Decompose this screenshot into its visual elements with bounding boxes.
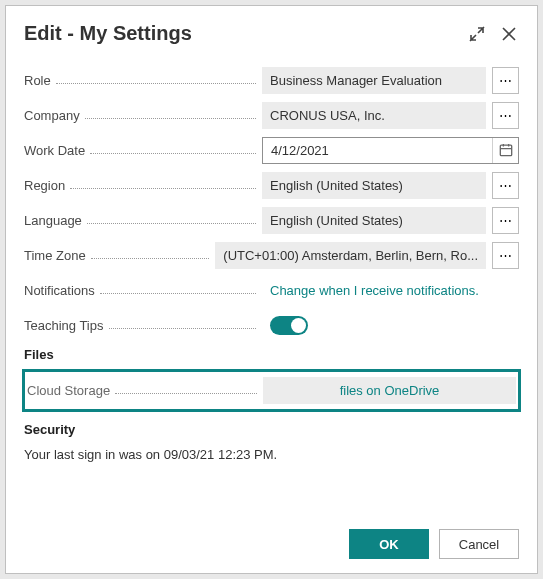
cancel-button[interactable]: Cancel: [439, 529, 519, 559]
row-workdate: Work Date: [24, 136, 519, 164]
svg-rect-0: [500, 145, 511, 156]
company-field[interactable]: CRONUS USA, Inc.: [262, 102, 486, 129]
row-cloudstorage: Cloud Storage files on OneDrive: [22, 369, 521, 412]
dialog-body: Role Business Manager Evaluation ⋯ Compa…: [6, 55, 537, 515]
label-teachingtips: Teaching Tips: [24, 318, 107, 333]
row-role: Role Business Manager Evaluation ⋯: [24, 66, 519, 94]
last-signin-text: Your last sign in was on 09/03/21 12:23 …: [24, 447, 519, 462]
label-notifications: Notifications: [24, 283, 98, 298]
section-files: Files: [24, 347, 519, 362]
role-field[interactable]: Business Manager Evaluation: [262, 67, 486, 94]
row-company: Company CRONUS USA, Inc. ⋯: [24, 101, 519, 129]
notifications-link[interactable]: Change when I receive notifications.: [262, 283, 479, 298]
workdate-field-wrap: [262, 137, 519, 164]
label-workdate: Work Date: [24, 143, 88, 158]
row-language: Language English (United States) ⋯: [24, 206, 519, 234]
my-settings-dialog: Edit - My Settings Role Business Manager…: [5, 5, 538, 574]
row-notifications: Notifications Change when I receive noti…: [24, 276, 519, 304]
row-teachingtips: Teaching Tips: [24, 311, 519, 339]
label-region: Region: [24, 178, 68, 193]
expand-icon[interactable]: [467, 24, 487, 44]
company-lookup-button[interactable]: ⋯: [492, 102, 519, 129]
role-lookup-button[interactable]: ⋯: [492, 67, 519, 94]
row-timezone: Time Zone (UTC+01:00) Amsterdam, Berlin,…: [24, 241, 519, 269]
region-lookup-button[interactable]: ⋯: [492, 172, 519, 199]
cloudstorage-field[interactable]: files on OneDrive: [263, 377, 516, 404]
calendar-icon[interactable]: [492, 138, 518, 163]
ok-button[interactable]: OK: [349, 529, 429, 559]
label-timezone: Time Zone: [24, 248, 89, 263]
language-field[interactable]: English (United States): [262, 207, 486, 234]
dialog-footer: OK Cancel: [6, 515, 537, 573]
label-language: Language: [24, 213, 85, 228]
titlebar: Edit - My Settings: [6, 6, 537, 55]
row-region: Region English (United States) ⋯: [24, 171, 519, 199]
label-cloudstorage: Cloud Storage: [27, 383, 113, 398]
timezone-lookup-button[interactable]: ⋯: [492, 242, 519, 269]
label-role: Role: [24, 73, 54, 88]
close-icon[interactable]: [499, 24, 519, 44]
section-security: Security: [24, 422, 519, 437]
teachingtips-toggle[interactable]: [270, 316, 308, 335]
label-company: Company: [24, 108, 83, 123]
language-lookup-button[interactable]: ⋯: [492, 207, 519, 234]
timezone-field[interactable]: (UTC+01:00) Amsterdam, Berlin, Bern, Ro.…: [215, 242, 486, 269]
region-field[interactable]: English (United States): [262, 172, 486, 199]
dialog-title: Edit - My Settings: [24, 22, 455, 45]
workdate-input[interactable]: [263, 138, 492, 163]
